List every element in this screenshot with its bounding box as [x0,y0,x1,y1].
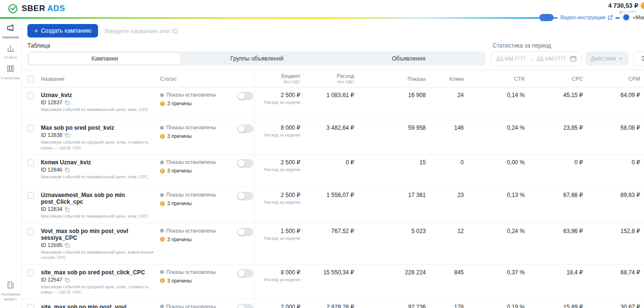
status-reasons[interactable]: 3 причины [167,278,192,284]
row-checkbox[interactable] [27,192,34,199]
ctr-value: 0,37 % [465,265,526,299]
status-reasons[interactable]: 3 причины [167,236,192,243]
budget-value: 8 000 ₽ [254,269,300,276]
date-range-input[interactable]: ДД.ММ.ГГГГ → ДД.ММ.ГГГГ [491,51,582,66]
table-row: Копия Uznav_kviz ID 12846 Максимум событ… [22,155,644,187]
sidebar-item-campaigns[interactable]: Кампании [0,24,21,39]
table-body: Uznav_kviz ID 12837 Максимум событий по … [22,87,644,308]
spend-value: 15 550,34 ₽ [302,265,356,299]
create-campaign-button[interactable]: + Создать кампанию [27,24,98,37]
impressions-value: 92 236 [356,299,427,308]
row-checkbox[interactable] [27,92,34,99]
campaign-name[interactable]: site_max sob po min post_vovl sessiya_CP… [41,304,156,308]
campaign-name[interactable]: Uznav_kviz [41,92,156,99]
copy-icon[interactable] [64,243,70,248]
status-dot-icon [160,93,164,97]
copy-icon[interactable] [64,100,70,105]
ctr-value: 0,24 % [465,223,526,264]
table-row: site_max sob po min post_vovl sessiya_CP… [22,299,644,308]
sidebar-item-account[interactable]: Рекламный аккаунт [0,281,21,301]
calendar-icon[interactable] [570,55,577,62]
campaign-id: ID 12846 [41,167,62,173]
status-text: Показы остановлены [166,228,216,234]
actions-button[interactable]: Действия [585,51,629,66]
campaigns-icon [6,25,15,34]
date-to[interactable]: ДД.ММ.ГГГГ [536,56,567,62]
campaign-name[interactable]: Копия Uznav_kviz [41,159,156,166]
campaign-name[interactable]: site_max sob po sred post_click_CPC [41,269,156,276]
main-content: + Создать кампанию Таблица Статистика за… [22,19,644,308]
copy-icon[interactable] [64,133,70,138]
campaign-toggle[interactable] [237,192,253,200]
cpm-value: 68,74 ₽ [584,265,642,299]
column-header-cpc: CPC [526,70,584,87]
video-instructions-link[interactable]: Видео-инструкции [557,13,616,21]
campaign-id: ID 12838 [41,132,62,138]
warning-icon: ! [160,169,165,173]
avatar [622,13,630,21]
status-text: Показы остановлены [166,304,216,308]
date-from[interactable]: ДД.ММ.ГГГГ [496,56,526,62]
campaign-toggle[interactable] [237,228,253,236]
budget-value: 2 500 ₽ [254,192,300,198]
copy-icon[interactable] [64,207,70,212]
campaign-toggle[interactable] [237,269,253,278]
status-dot-icon [160,305,164,308]
search-input[interactable] [105,27,403,35]
budget-value: 2 000 ₽ [254,304,300,308]
campaign-toggle[interactable] [237,124,253,133]
campaign-toggle[interactable] [237,92,253,100]
row-checkbox[interactable] [27,160,34,166]
column-header-clicks: Клики [427,70,465,87]
status-reasons[interactable]: 3 причины [167,200,192,207]
cpc-value: 67,66 ₽ [526,187,584,223]
row-checkbox[interactable] [27,228,34,235]
row-checkbox[interactable] [27,125,34,132]
campaign-description: Максимум событий по минимальной цене, кл… [41,214,156,220]
status-text: Показы остановлены [166,269,216,275]
video-instructions-label: Видео-инструкции [560,14,605,20]
toggle-knob [238,93,245,99]
campaign-name[interactable]: Uznavaemost_Max sob po min post_Click_cp… [41,192,156,205]
column-header-impressions: Показы [356,70,427,87]
impressions-value: 16 908 [356,87,427,120]
row-checkbox[interactable] [27,270,34,276]
spend-value: 2 829,28 ₽ [302,299,356,308]
impressions-value: 226 224 [356,265,427,299]
warning-icon: ! [160,134,165,139]
campaign-name[interactable]: Vovl_max sob po min post_vovl sessiya_CP… [41,228,156,241]
impressions-value: 5 023 [356,223,427,264]
tab-ad-groups[interactable]: Группы объявлений [181,52,333,65]
table-row: Vovl_max sob po min post_vovl sessiya_CP… [22,223,644,265]
clicks-value: 0 [427,155,465,187]
table-row: Max sob po sred post_kviz ID 12838 Макси… [22,120,644,155]
status-reasons[interactable]: 3 причины [167,168,192,174]
copy-icon[interactable] [64,167,70,172]
sidebar-item-reports[interactable]: Отчёты [0,44,21,60]
cpc-value: 23,85 ₽ [526,120,584,154]
campaign-toggle[interactable] [237,304,253,308]
export-button[interactable]: Экспорт [633,51,644,66]
campaign-description: Максимум событий по средней цене, клик, … [41,284,156,296]
sidebar-item-statistics[interactable]: Статистика [0,64,21,80]
sidebar-item-label: Кампании [0,35,21,39]
status-reasons[interactable]: 3 причины [167,100,192,107]
external-link-icon [607,15,613,20]
brand-logo[interactable]: SBERADS [8,3,65,14]
tab-campaigns[interactable]: Кампании [28,52,181,65]
warning-icon: ! [160,278,165,283]
toggle-knob [238,125,245,132]
copy-icon[interactable] [64,277,70,283]
campaign-name[interactable]: Max sob po sred post_kviz [41,124,156,131]
budget-value: 1 500 ₽ [254,228,300,234]
tab-ads[interactable]: Объявления [333,52,484,65]
campaign-toggle[interactable] [237,159,253,168]
warning-icon: ! [160,101,165,106]
status-reasons[interactable]: 3 причины [167,133,192,139]
select-all-checkbox[interactable] [27,75,34,82]
sidebar-item-label: Рекламный аккаунт [0,292,21,301]
profile-menu[interactable]: «Максимум [619,12,644,22]
row-checkbox[interactable] [27,304,34,308]
clicks-value: 24 [427,87,465,120]
create-campaign-label: Создать кампанию [41,27,91,34]
